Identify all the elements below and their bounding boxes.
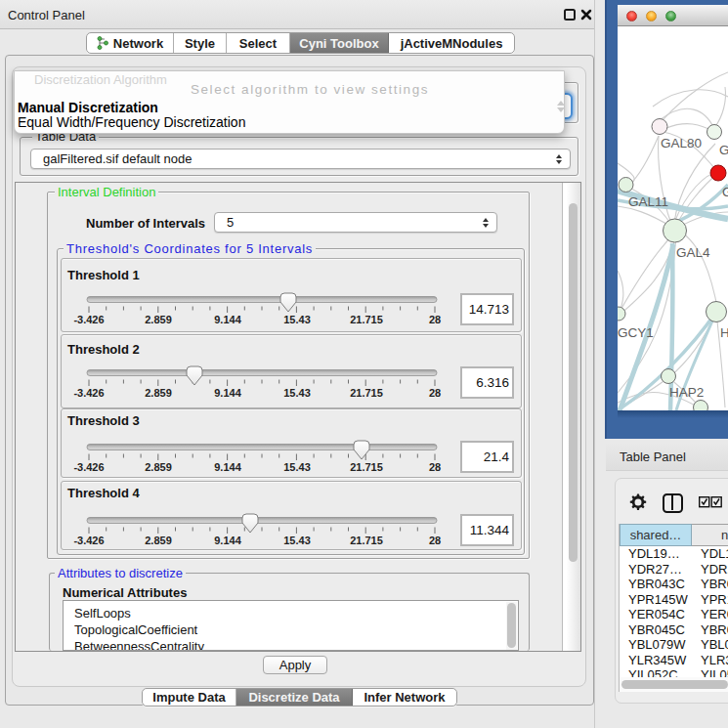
svg-text:GAL4: GAL4	[676, 245, 710, 260]
svg-text:15.43: 15.43	[283, 534, 311, 545]
svg-text:G: G	[722, 185, 728, 199]
svg-text:9.144: 9.144	[214, 534, 241, 545]
svg-text:21.715: 21.715	[350, 387, 383, 399]
svg-text:21.715: 21.715	[350, 534, 383, 545]
svg-text:-3.426: -3.426	[73, 313, 104, 324]
svg-text:GA: GA	[719, 143, 728, 157]
svg-text:2.859: 2.859	[145, 461, 172, 473]
svg-text:28: 28	[429, 313, 441, 324]
svg-text:28: 28	[429, 461, 441, 473]
svg-text:2.859: 2.859	[145, 313, 172, 324]
svg-text:H: H	[720, 325, 728, 340]
svg-text:-3.426: -3.426	[73, 387, 104, 399]
svg-text:28: 28	[429, 534, 441, 545]
svg-text:2.859: 2.859	[145, 387, 172, 399]
svg-text:9.144: 9.144	[214, 313, 241, 324]
svg-text:9.144: 9.144	[214, 461, 241, 473]
svg-text:HAP2: HAP2	[669, 385, 704, 400]
svg-text:GCY1: GCY1	[618, 325, 654, 340]
svg-text:-3.426: -3.426	[73, 534, 104, 545]
svg-text:28: 28	[429, 387, 441, 399]
svg-text:15.43: 15.43	[283, 387, 311, 399]
svg-text:2.859: 2.859	[145, 534, 172, 545]
svg-text:15.43: 15.43	[283, 313, 311, 324]
svg-text:21.715: 21.715	[350, 461, 383, 473]
svg-text:GAL11: GAL11	[628, 194, 668, 209]
svg-text:15.43: 15.43	[283, 461, 311, 473]
svg-text:GAL80: GAL80	[661, 136, 702, 150]
svg-text:21.715: 21.715	[350, 313, 383, 324]
svg-text:-3.426: -3.426	[73, 461, 104, 473]
svg-text:9.144: 9.144	[214, 387, 241, 399]
